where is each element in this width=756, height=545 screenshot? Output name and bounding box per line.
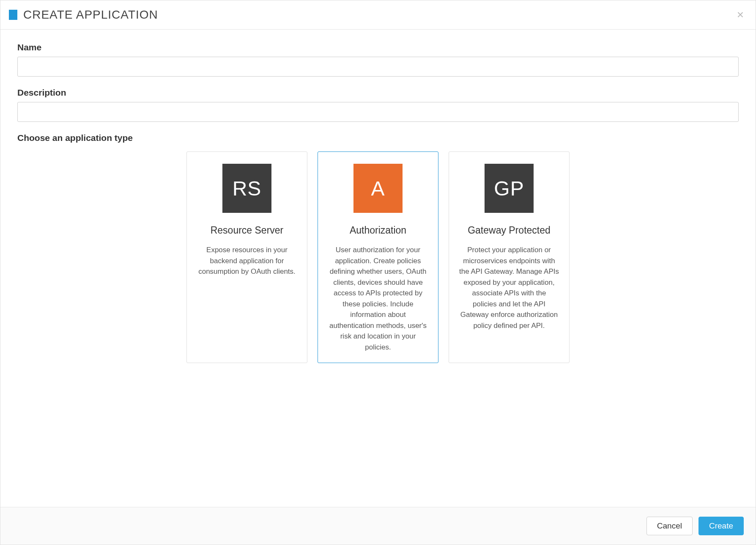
resource-server-icon: RS <box>222 164 271 213</box>
type-card-description: Protect your application or microservice… <box>457 245 561 331</box>
description-input[interactable] <box>17 102 739 122</box>
description-label: Description <box>17 88 739 98</box>
gateway-protected-icon: GP <box>485 164 534 213</box>
name-field-group: Name <box>17 42 739 77</box>
header-accent-bar <box>9 10 17 20</box>
modal-header-left: CREATE APPLICATION <box>9 8 158 22</box>
application-type-cards: RS Resource Server Expose resources in y… <box>17 151 739 363</box>
type-card-title: Gateway Protected <box>457 225 561 236</box>
type-card-description: Expose resources in your backend applica… <box>195 245 299 277</box>
authorization-icon-text: A <box>371 177 385 200</box>
type-card-resource-server[interactable]: RS Resource Server Expose resources in y… <box>186 151 307 363</box>
type-card-title: Authorization <box>326 225 430 236</box>
close-icon[interactable]: × <box>737 9 744 21</box>
resource-server-icon-text: RS <box>233 177 262 200</box>
gateway-protected-icon-text: GP <box>494 177 524 200</box>
modal-body: Name Description Choose an application t… <box>0 30 756 507</box>
type-card-description: User authorization for your application.… <box>326 245 430 352</box>
name-input[interactable] <box>17 57 739 77</box>
modal-header: CREATE APPLICATION × <box>0 0 756 30</box>
create-application-modal: CREATE APPLICATION × Name Description Ch… <box>0 0 756 545</box>
modal-footer: Cancel Create <box>0 507 756 545</box>
type-card-authorization[interactable]: A Authorization User authorization for y… <box>318 151 438 363</box>
type-card-title: Resource Server <box>195 225 299 236</box>
create-button[interactable]: Create <box>698 517 744 535</box>
name-label: Name <box>17 42 739 52</box>
type-card-gateway-protected[interactable]: GP Gateway Protected Protect your applic… <box>449 151 570 363</box>
modal-title: CREATE APPLICATION <box>23 8 158 22</box>
authorization-icon: A <box>353 164 403 213</box>
cancel-button[interactable]: Cancel <box>646 517 693 535</box>
description-field-group: Description <box>17 88 739 122</box>
application-type-section-label: Choose an application type <box>17 133 739 143</box>
